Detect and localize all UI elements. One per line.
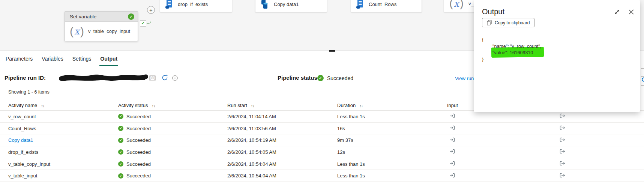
variable-icon: (x) [70, 26, 84, 37]
table-row: Count_Rows✓Succeeded2/6/2024, 11:03:56 A… [0, 123, 644, 135]
success-check-icon: ✓ [118, 149, 123, 155]
input-icon[interactable] [449, 160, 455, 167]
duration-cell: Less than 1s [337, 173, 447, 179]
activity-label: drop_if_exists [178, 1, 208, 7]
status-text: Succeeded [126, 173, 151, 179]
column-header-activity-name[interactable]: Activity name↑↓ [8, 103, 118, 108]
copy-to-clipboard-button[interactable]: Copy to clipboard [482, 18, 534, 27]
output-icon[interactable] [559, 125, 566, 131]
table-row: v_table_input✓Succeeded2/6/2024, 10:54:0… [0, 170, 644, 182]
activity-card-copy-data1[interactable]: Copy data1 [255, 0, 327, 12]
activity-card-set-variable[interactable]: Set variable ✓ (x) v_table_copy_input [65, 11, 138, 41]
tab-variables[interactable]: Variables [41, 52, 64, 66]
script-activity-icon [165, 0, 173, 9]
success-check-icon: ✓ [118, 173, 123, 179]
activity-runs-table: Activity name↑↓ Activity status↑↓ Run st… [0, 100, 644, 182]
run-start-cell: 2/6/2024, 10:54:05 AM [227, 149, 337, 155]
activity-name-cell[interactable]: Copy data1 [8, 137, 118, 143]
success-path-checkbox-icon: ✓ [140, 20, 146, 27]
success-check-icon: ✓ [118, 114, 123, 119]
output-icon[interactable] [559, 137, 566, 143]
output-icon[interactable] [559, 148, 566, 155]
activity-card-drop-if-exists[interactable]: drop_if_exists [160, 0, 232, 12]
activity-status-cell: ✓Succeeded [118, 137, 227, 143]
run-start-cell: 2/6/2024, 11:03:56 AM [227, 126, 337, 131]
duration-cell: 16s [337, 126, 447, 131]
activity-card-count-rows[interactable]: Count_Rows [351, 0, 422, 12]
add-activity-button[interactable]: + [147, 6, 155, 14]
input-icon[interactable] [449, 137, 455, 143]
success-check-icon: ✓ [118, 138, 123, 143]
input-icon[interactable] [449, 125, 455, 131]
input-icon[interactable] [449, 172, 455, 179]
table-body: v_row_count✓Succeeded2/6/2024, 11:04:14 … [0, 111, 644, 182]
activity-name-cell: drop_if_exists [8, 149, 118, 155]
success-check-icon: ✓ [128, 13, 134, 20]
info-icon[interactable] [172, 75, 178, 81]
tab-parameters[interactable]: Parameters [5, 52, 33, 66]
copy-icon [487, 20, 492, 25]
view-run-link[interactable]: View run [455, 76, 474, 81]
expand-icon[interactable] [614, 9, 620, 15]
json-line-highlighted: "value": 161609310 [482, 50, 541, 57]
tab-settings[interactable]: Settings [72, 52, 92, 66]
duration-cell: Less than 1s [337, 114, 447, 119]
status-text: Succeeded [126, 114, 151, 119]
activity-status-cell: ✓Succeeded [118, 161, 227, 167]
activity-name-cell: Count_Rows [8, 126, 118, 131]
column-header-activity-status[interactable]: Activity status↑↓ [118, 103, 227, 108]
activity-label: Copy data1 [274, 1, 299, 7]
activity-status-cell: ✓Succeeded [118, 126, 227, 131]
table-row: Copy data1✓Succeeded2/6/2024, 10:54:19 A… [0, 134, 644, 146]
status-text: Succeeded [126, 126, 151, 131]
output-icon[interactable] [559, 172, 566, 179]
pipeline-status-success-icon: ✓ [317, 75, 324, 81]
run-start-cell: 2/6/2024, 10:54:04 AM [227, 161, 337, 167]
clipped-edge-dash [641, 68, 644, 69]
activity-label: Count_Rows [369, 1, 396, 7]
activity-status-cell: ✓Succeeded [118, 173, 227, 179]
run-start-cell: 2/6/2024, 10:54:04 AM [227, 173, 337, 179]
activity-name-cell: v_table_copy_input [8, 161, 118, 167]
duration-cell: 9m 37s [337, 137, 447, 143]
clipped-edge-dash [641, 76, 644, 77]
success-check-icon: ✓ [118, 161, 123, 167]
pipeline-status-value: Succeeded [327, 75, 353, 81]
set-variable-card-header: Set variable ✓ [65, 12, 138, 22]
clipped-edge-icon [642, 77, 644, 82]
run-start-cell: 2/6/2024, 11:04:14 AM [227, 114, 337, 119]
output-icon[interactable] [559, 113, 566, 119]
column-header-duration[interactable]: Duration↑↓ [337, 103, 447, 108]
variable-name-label: v_table_copy_input [88, 28, 130, 34]
run-id-copy-icon[interactable]: [@] [149, 75, 156, 81]
close-icon[interactable] [628, 9, 635, 15]
input-icon[interactable] [449, 148, 455, 155]
column-header-run-start[interactable]: Run start↑↓ [227, 103, 337, 108]
tab-output[interactable]: Output [99, 52, 118, 66]
sort-icon: ↑↓ [41, 103, 44, 108]
items-count-summary: Showing 1 - 6 items [8, 89, 50, 95]
redaction-scribble [59, 73, 149, 82]
activity-name-cell: v_row_count [8, 114, 118, 119]
refresh-icon[interactable] [161, 74, 168, 81]
sort-icon: ↑↓ [251, 103, 254, 108]
pipeline-status-label: Pipeline status [278, 74, 317, 81]
json-line: } [482, 57, 541, 63]
copy-data-icon [261, 0, 269, 9]
json-line: "name": "v_row_count", [482, 43, 541, 50]
pipeline-run-id-label: Pipeline run ID: [5, 74, 46, 81]
status-text: Succeeded [126, 161, 151, 167]
variable-icon: (x) [449, 0, 464, 9]
run-start-cell: 2/6/2024, 10:54:19 AM [227, 137, 337, 143]
set-variable-title: Set variable [70, 14, 96, 19]
panel-resize-handle[interactable] [329, 50, 335, 52]
table-row: v_table_copy_input✓Succeeded2/6/2024, 10… [0, 158, 644, 170]
output-icon[interactable] [559, 160, 566, 167]
input-icon[interactable] [449, 113, 455, 119]
pipeline-monitor-page: drop_if_exists Copy data1 Count_Rows [0, 0, 644, 189]
table-row: v_row_count✓Succeeded2/6/2024, 11:04:14 … [0, 111, 644, 123]
json-line: { [482, 37, 541, 43]
activity-name-cell: v_table_input [8, 173, 118, 179]
output-flyout-panel: Output Copy to clipboard { "name": "v_ro… [474, 0, 640, 112]
output-panel-title: Output [482, 7, 504, 16]
